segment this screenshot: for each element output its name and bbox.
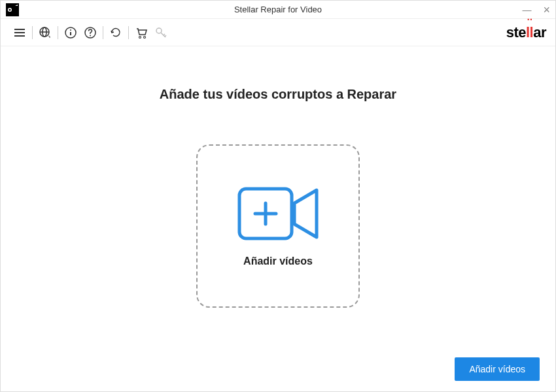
hamburger-menu-icon[interactable] [10, 25, 29, 41]
toolbar-divider [103, 26, 103, 39]
app-icon [6, 3, 19, 16]
add-videos-dropzone[interactable]: Añadir vídeos [196, 144, 360, 308]
globe-icon[interactable] [35, 25, 55, 41]
svg-point-14 [139, 36, 141, 38]
toolbar-divider [58, 26, 58, 39]
key-icon[interactable] [151, 25, 171, 41]
svg-line-19 [165, 35, 166, 37]
help-icon[interactable] [80, 25, 100, 41]
info-icon[interactable] [61, 25, 80, 41]
cart-icon[interactable] [131, 25, 151, 41]
minimize-button[interactable]: — [522, 5, 531, 14]
toolbar-divider [128, 26, 129, 39]
svg-point-13 [90, 35, 91, 36]
toolbar-divider [32, 26, 33, 39]
window-controls: — × [522, 4, 550, 16]
svg-line-18 [164, 34, 165, 35]
main-content: Añade tus vídeos corruptos a Reparar Aña… [1, 46, 555, 392]
svg-point-15 [144, 36, 146, 38]
toolbar: stellar [1, 19, 555, 46]
svg-point-10 [70, 29, 71, 31]
add-videos-button[interactable]: Añadir vídeos [455, 357, 540, 381]
svg-point-16 [156, 28, 162, 33]
window-title: Stellar Repair for Video [234, 5, 322, 14]
dropzone-label: Añadir vídeos [243, 255, 313, 267]
video-camera-plus-icon [235, 185, 321, 245]
close-button[interactable]: × [543, 4, 550, 16]
svg-point-2 [9, 8, 11, 10]
toolbar-left [10, 25, 171, 41]
page-heading: Añade tus vídeos corruptos a Reparar [160, 87, 396, 102]
brand-logo: stellar [506, 24, 546, 41]
refresh-icon[interactable] [106, 25, 126, 41]
titlebar: Stellar Repair for Video — × [1, 1, 555, 19]
